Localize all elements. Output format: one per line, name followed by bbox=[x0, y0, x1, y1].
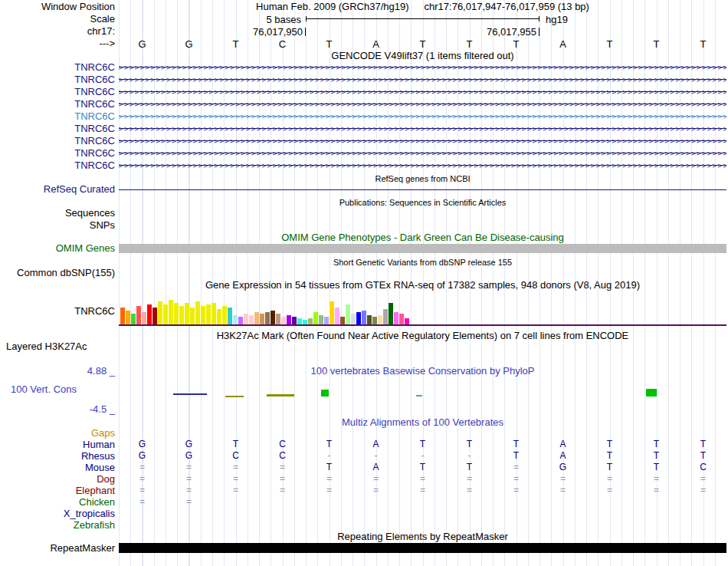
gtex-tissue-bar[interactable] bbox=[340, 317, 345, 324]
gtex-tissue-bar[interactable] bbox=[126, 311, 130, 324]
gtex-tissue-bar[interactable] bbox=[313, 312, 318, 324]
gtex-tissue-bar[interactable] bbox=[244, 314, 248, 324]
gtex-gene-label[interactable]: TNRC6C bbox=[0, 306, 115, 317]
transcript-intron-arrows[interactable]: >>>>>>>>>>>>>>>>>>>>>>>>>>>>>>>>>>>>>>>>… bbox=[119, 110, 726, 123]
gene-row-label[interactable]: TNRC6C bbox=[0, 99, 115, 110]
gtex-tissue-bar[interactable] bbox=[372, 317, 377, 324]
gtex-tissue-bar[interactable] bbox=[399, 314, 404, 324]
gtex-tissue-bar[interactable] bbox=[249, 315, 254, 324]
gtex-tissue-bar[interactable] bbox=[120, 308, 125, 324]
gtex-tissue-bar[interactable] bbox=[346, 304, 350, 324]
gtex-tissue-bar[interactable] bbox=[147, 304, 152, 324]
repeatmasker-label[interactable]: RepeatMasker bbox=[0, 543, 115, 554]
gtex-tissue-bar[interactable] bbox=[238, 317, 243, 324]
gtex-tissue-bar[interactable] bbox=[152, 308, 157, 324]
gtex-tissue-bar[interactable] bbox=[169, 300, 173, 324]
transcript-intron-arrows[interactable]: >>>>>>>>>>>>>>>>>>>>>>>>>>>>>>>>>>>>>>>>… bbox=[119, 98, 726, 110]
gtex-tissue-bar[interactable] bbox=[131, 314, 136, 324]
gtex-tissue-bar[interactable] bbox=[330, 301, 334, 324]
gtex-tissue-bar[interactable] bbox=[158, 301, 162, 324]
species-label-x_tropicalis[interactable]: X_tropicalis bbox=[0, 508, 115, 519]
gtex-tissue-bar[interactable] bbox=[383, 309, 388, 324]
refseq-track-title[interactable]: RefSeq genes from NCBI bbox=[119, 173, 726, 184]
publications-track-title[interactable]: Publications: Sequences in Scientific Ar… bbox=[119, 197, 726, 208]
dbsnp-track-title[interactable]: Short Genetic Variants from dbSNP releas… bbox=[119, 257, 726, 268]
gtex-tissue-bar[interactable] bbox=[179, 306, 184, 324]
transcript-intron-arrows[interactable]: >>>>>>>>>>>>>>>>>>>>>>>>>>>>>>>>>>>>>>>>… bbox=[119, 74, 726, 86]
species-label-dog[interactable]: Dog bbox=[0, 474, 115, 485]
gtex-track-title[interactable]: Gene Expression in 54 tissues from GTEx … bbox=[119, 280, 726, 291]
gene-row-label[interactable]: TNRC6C bbox=[0, 123, 115, 134]
omim-gene-bar[interactable] bbox=[119, 244, 726, 253]
gtex-expression-barchart[interactable] bbox=[120, 292, 409, 324]
omim-track-title[interactable]: OMIM Gene Phenotypes - Dark Green Can Be… bbox=[119, 232, 726, 243]
species-label-rhesus[interactable]: Rhesus bbox=[0, 451, 115, 462]
gtex-tissue-bar[interactable] bbox=[185, 303, 189, 324]
gtex-tissue-bar[interactable] bbox=[217, 309, 221, 324]
gtex-tissue-bar[interactable] bbox=[362, 311, 366, 324]
species-label-elephant[interactable]: Elephant bbox=[0, 485, 115, 496]
gtex-tissue-bar[interactable] bbox=[254, 312, 259, 324]
gtex-tissue-bar[interactable] bbox=[212, 303, 216, 324]
repeat-element-bar[interactable] bbox=[119, 543, 726, 553]
refseq-curated-label[interactable]: RefSeq Curated bbox=[0, 184, 115, 195]
gtex-tissue-bar[interactable] bbox=[260, 314, 264, 324]
gtex-tissue-bar[interactable] bbox=[405, 318, 409, 324]
omim-genes-label[interactable]: OMIM Genes bbox=[0, 243, 115, 254]
gtex-tissue-bar[interactable] bbox=[174, 303, 179, 324]
gene-row-label[interactable]: TNRC6C bbox=[0, 62, 115, 73]
gtex-tissue-bar[interactable] bbox=[324, 317, 329, 324]
gene-row-label[interactable]: TNRC6C bbox=[0, 160, 115, 171]
transcript-intron-arrows[interactable]: >>>>>>>>>>>>>>>>>>>>>>>>>>>>>>>>>>>>>>>>… bbox=[119, 160, 726, 172]
species-label-zebrafish[interactable]: Zebrafish bbox=[0, 520, 115, 531]
gtex-tissue-bar[interactable] bbox=[228, 308, 232, 324]
transcript-intron-arrows[interactable]: >>>>>>>>>>>>>>>>>>>>>>>>>>>>>>>>>>>>>>>>… bbox=[119, 86, 726, 98]
gtex-tissue-bar[interactable] bbox=[297, 318, 302, 324]
h3k27ac-track-title[interactable]: H3K27Ac Mark (Often Found Near Active Re… bbox=[119, 331, 726, 341]
gene-row-label[interactable]: TNRC6C bbox=[0, 136, 115, 146]
gtex-tissue-bar[interactable] bbox=[276, 314, 280, 324]
snps-label[interactable]: SNPs bbox=[0, 220, 115, 231]
gtex-tissue-bar[interactable] bbox=[394, 312, 398, 324]
gtex-tissue-bar[interactable] bbox=[308, 318, 313, 324]
gtex-tissue-bar[interactable] bbox=[206, 304, 211, 324]
species-label-gaps[interactable]: Gaps bbox=[0, 428, 115, 439]
gtex-tissue-bar[interactable] bbox=[389, 303, 393, 324]
gene-row-label[interactable]: TNRC6C bbox=[0, 87, 115, 97]
gtex-tissue-bar[interactable] bbox=[287, 315, 291, 324]
gtex-tissue-bar[interactable] bbox=[136, 306, 141, 324]
species-label-mouse[interactable]: Mouse bbox=[0, 462, 115, 473]
gtex-tissue-bar[interactable] bbox=[319, 315, 323, 324]
dbsnp-label[interactable]: Common dbSNP(155) bbox=[0, 268, 115, 278]
gtex-tissue-bar[interactable] bbox=[163, 304, 168, 324]
conservation-label[interactable]: 100 Vert. Cons bbox=[11, 384, 77, 395]
gene-row-label[interactable]: TNRC6C bbox=[0, 148, 115, 159]
gtex-tissue-bar[interactable] bbox=[265, 312, 270, 324]
gene-row-label[interactable]: TNRC6C bbox=[0, 111, 115, 122]
gtex-tissue-bar[interactable] bbox=[281, 317, 286, 324]
gene-row-label[interactable]: TNRC6C bbox=[0, 74, 115, 85]
transcript-intron-arrows[interactable]: >>>>>>>>>>>>>>>>>>>>>>>>>>>>>>>>>>>>>>>>… bbox=[119, 61, 726, 74]
gtex-tissue-bar[interactable] bbox=[335, 308, 339, 324]
repeatmasker-track-title[interactable]: Repeating Elements by RepeatMasker bbox=[119, 531, 726, 542]
gtex-tissue-bar[interactable] bbox=[378, 315, 382, 324]
gtex-tissue-bar[interactable] bbox=[233, 315, 238, 324]
conservation-track-title[interactable]: 100 vertebrates Basewise Conservation by… bbox=[119, 366, 726, 377]
gtex-tissue-bar[interactable] bbox=[142, 312, 146, 324]
species-label-chicken[interactable]: Chicken bbox=[0, 497, 115, 508]
transcript-intron-arrows[interactable]: >>>>>>>>>>>>>>>>>>>>>>>>>>>>>>>>>>>>>>>>… bbox=[119, 135, 726, 147]
gencode-track-title[interactable]: GENCODE V49lift37 (1 items filtered out) bbox=[119, 51, 726, 61]
gtex-tissue-bar[interactable] bbox=[292, 317, 297, 324]
gtex-tissue-bar[interactable] bbox=[190, 308, 195, 324]
gtex-tissue-bar[interactable] bbox=[356, 312, 361, 324]
gtex-tissue-bar[interactable] bbox=[201, 306, 205, 324]
gtex-tissue-bar[interactable] bbox=[351, 314, 356, 324]
refseq-gene-line[interactable] bbox=[119, 189, 726, 190]
species-label-human[interactable]: Human bbox=[0, 439, 115, 450]
gtex-tissue-bar[interactable] bbox=[222, 306, 227, 324]
gtex-tissue-bar[interactable] bbox=[195, 301, 200, 324]
sequences-label[interactable]: Sequences bbox=[0, 208, 115, 219]
transcript-intron-arrows[interactable]: >>>>>>>>>>>>>>>>>>>>>>>>>>>>>>>>>>>>>>>>… bbox=[119, 147, 726, 160]
multiz-track-title[interactable]: Multiz Alignments of 100 Vertebrates bbox=[119, 417, 726, 428]
h3k27ac-label[interactable]: Layered H3K27Ac bbox=[6, 341, 87, 352]
